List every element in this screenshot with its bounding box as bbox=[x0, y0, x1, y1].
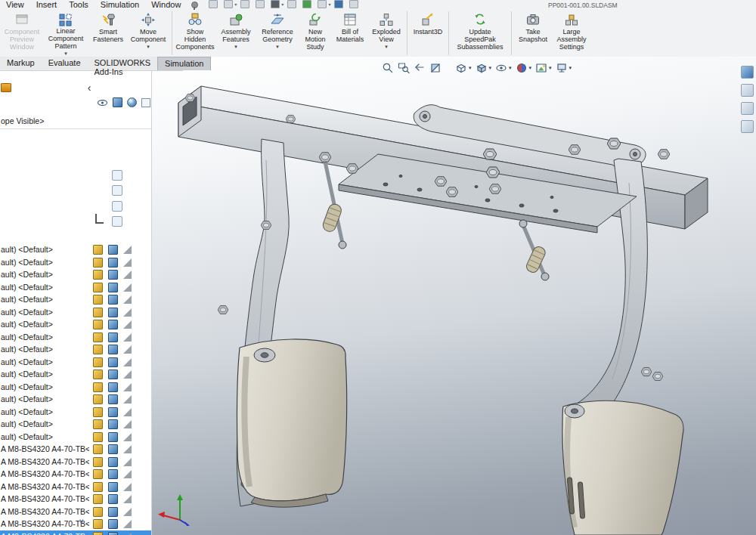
qat-icon[interactable] bbox=[256, 0, 265, 8]
tree-row[interactable]: ault) <Default> bbox=[0, 281, 151, 294]
tree-row[interactable]: A M8-BS4320 A4-70-TB<16 bbox=[0, 530, 151, 535]
chevron-down-icon[interactable]: ▾ bbox=[469, 65, 472, 71]
display-mode-icon[interactable] bbox=[108, 444, 118, 454]
chevron-down-icon[interactable]: ▾ bbox=[234, 44, 237, 49]
display-mode-icon[interactable] bbox=[108, 245, 118, 255]
tree-row[interactable]: ault) <Default> bbox=[0, 393, 151, 406]
qat-icon[interactable] bbox=[209, 0, 218, 8]
model-3d-view[interactable] bbox=[151, 70, 756, 535]
chevron-down-icon[interactable]: ▾ bbox=[529, 65, 532, 71]
chevron-down-icon[interactable]: ▾ bbox=[276, 44, 279, 49]
tree-row[interactable]: A M8-BS4320 A4-70-TB<19> bbox=[0, 506, 151, 518]
hide-show-column-icon[interactable] bbox=[97, 98, 108, 107]
qat-icon[interactable] bbox=[302, 0, 311, 8]
chevron-down-icon[interactable]: ▾ bbox=[549, 65, 552, 71]
chevron-down-icon[interactable]: ▾ bbox=[234, 2, 237, 7]
tree-row[interactable]: A M8-BS4320 A4-70-TB<6> ( bbox=[0, 481, 151, 493]
linear-component-pattern-button[interactable]: Linear Component Pattern ▾ bbox=[43, 11, 88, 57]
appearance-icon[interactable] bbox=[123, 395, 132, 404]
display-mode-column-icon[interactable] bbox=[113, 97, 122, 107]
chevron-down-icon[interactable]: ▾ bbox=[64, 51, 67, 56]
tree-row[interactable]: ault) <Default> bbox=[0, 356, 151, 369]
display-mode-icon[interactable] bbox=[108, 494, 118, 504]
tree-row[interactable]: ault) <Default> bbox=[0, 431, 151, 444]
custom-properties-icon[interactable] bbox=[741, 120, 754, 133]
display-mode-icon[interactable] bbox=[108, 507, 118, 517]
update-speedpak-button[interactable]: Update SpeedPak Subassemblies bbox=[452, 11, 508, 57]
display-style-icon[interactable] bbox=[476, 62, 488, 74]
move-component-button[interactable]: Move Component ▾ bbox=[128, 11, 169, 57]
view-settings-icon[interactable] bbox=[556, 62, 568, 74]
display-mode-icon[interactable] bbox=[108, 482, 118, 492]
display-mode-icon[interactable] bbox=[108, 419, 118, 429]
display-mode-icon[interactable] bbox=[108, 407, 118, 417]
reference-geometry-button[interactable]: Reference Geometry ▾ bbox=[257, 11, 298, 57]
tree-row[interactable]: A M8-BS4320 A4-70-TB<17> bbox=[0, 518, 151, 530]
instant3d-button[interactable]: Instant3D bbox=[411, 11, 445, 57]
appearance-icon[interactable] bbox=[123, 345, 132, 354]
apply-scene-icon[interactable] bbox=[535, 62, 547, 74]
display-mode-icon[interactable] bbox=[108, 532, 118, 535]
tree-feature-icon[interactable] bbox=[112, 185, 122, 196]
smart-fasteners-button[interactable]: Smart Fasteners bbox=[90, 11, 126, 57]
chevron-down-icon[interactable]: ▾ bbox=[147, 44, 150, 49]
menu-insert[interactable]: Insert bbox=[30, 0, 64, 10]
tree-row[interactable]: A M8-BS4320 A4-70-TB<21> bbox=[0, 456, 151, 469]
appearance-icon[interactable] bbox=[123, 295, 132, 304]
tab-simulation[interactable]: Simulation bbox=[157, 57, 211, 70]
tree-row[interactable]: A M8-BS4320 A4-70-TB<5> ( bbox=[0, 468, 151, 481]
edit-appearance-icon[interactable] bbox=[516, 62, 528, 74]
section-view-icon[interactable] bbox=[429, 62, 442, 74]
tree-row[interactable]: ault) <Default> bbox=[0, 293, 151, 306]
appearance-icon[interactable] bbox=[123, 333, 132, 342]
zoom-fit-icon[interactable] bbox=[382, 62, 394, 74]
file-explorer-icon[interactable] bbox=[741, 84, 754, 97]
design-library-icon[interactable] bbox=[741, 66, 754, 79]
collapse-panel-button[interactable]: ‹ bbox=[83, 81, 95, 94]
appearance-icon[interactable] bbox=[123, 358, 132, 366]
qat-icon[interactable] bbox=[287, 0, 296, 8]
tree-row[interactable]: ault) <Default> bbox=[0, 243, 151, 256]
appearance-icon[interactable] bbox=[123, 483, 132, 491]
appearance-icon[interactable] bbox=[123, 370, 132, 379]
chevron-down-icon[interactable]: ▾ bbox=[385, 44, 388, 49]
display-mode-icon[interactable] bbox=[108, 469, 118, 479]
appearances-icon[interactable] bbox=[741, 102, 754, 115]
appearance-icon[interactable] bbox=[123, 320, 132, 329]
menu-view[interactable]: View bbox=[0, 0, 30, 10]
take-snapshot-button[interactable]: Take Snapshot bbox=[515, 11, 551, 57]
chevron-down-icon[interactable]: ▾ bbox=[328, 2, 330, 7]
menu-window[interactable]: Window bbox=[145, 0, 187, 10]
qat-icon[interactable] bbox=[271, 0, 280, 8]
appearance-column-icon[interactable] bbox=[127, 97, 137, 107]
menu-tools[interactable]: Tools bbox=[63, 0, 94, 10]
tree-feature-icon[interactable] bbox=[112, 216, 122, 227]
display-mode-icon[interactable] bbox=[108, 370, 118, 379]
appearance-icon[interactable] bbox=[123, 433, 132, 441]
hide-show-items-icon[interactable] bbox=[495, 62, 507, 74]
chevron-down-icon[interactable]: ▾ bbox=[509, 65, 512, 71]
exploded-view-button[interactable]: Exploded View ▾ bbox=[369, 11, 404, 57]
appearance-icon[interactable] bbox=[123, 308, 132, 317]
appearance-icon[interactable] bbox=[123, 408, 132, 416]
large-assembly-settings-button[interactable]: Large Assembly Settings bbox=[553, 11, 590, 57]
qat-icon[interactable] bbox=[349, 0, 358, 8]
appearance-icon[interactable] bbox=[123, 520, 132, 528]
appearance-icon[interactable] bbox=[123, 258, 132, 267]
qat-icon[interactable] bbox=[240, 0, 249, 8]
tree-row[interactable]: ault) <Default> bbox=[0, 368, 151, 381]
coordinate-system-icon[interactable] bbox=[95, 214, 104, 224]
bill-of-materials-button[interactable]: Bill of Materials bbox=[333, 11, 367, 57]
tree-row[interactable]: ault) <Default> bbox=[0, 381, 151, 394]
display-mode-icon[interactable] bbox=[108, 519, 118, 529]
appearance-icon[interactable] bbox=[123, 420, 132, 428]
chevron-down-icon[interactable]: ▾ bbox=[569, 65, 572, 71]
tree-scroll-down[interactable]: ∨ bbox=[79, 517, 84, 525]
tab-markup[interactable]: Markup bbox=[0, 57, 42, 70]
display-mode-icon[interactable] bbox=[108, 258, 118, 268]
display-mode-icon[interactable] bbox=[108, 332, 118, 342]
appearance-icon[interactable] bbox=[123, 458, 132, 466]
zoom-to-area-icon[interactable] bbox=[398, 62, 410, 74]
tree-row[interactable]: A M8-BS4320 A4-70-TB<20> bbox=[0, 493, 151, 506]
tab-solidworks-addins[interactable]: SOLIDWORKS Add-Ins bbox=[88, 57, 158, 70]
